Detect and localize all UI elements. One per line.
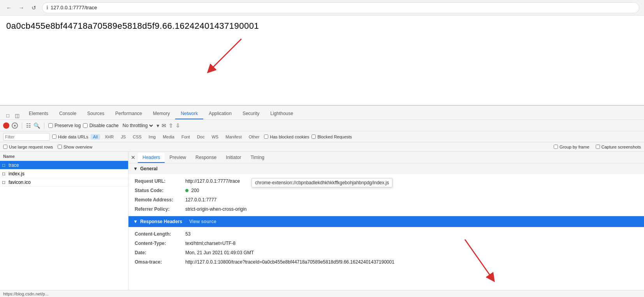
tooltip-box: chrome-extension://cbpnbadlekdhkhkkffkge… bbox=[252, 178, 392, 187]
response-headers-title: Response Headers bbox=[140, 219, 182, 224]
response-headers-section-header[interactable]: ▼ Response Headers View source bbox=[128, 216, 644, 227]
capture-screenshots-text: Capture screenshots bbox=[602, 145, 641, 149]
svg-line-1 bbox=[210, 39, 241, 70]
page-content: 0a0cb455e8bf44718a70589e5818d5f9.66.1624… bbox=[0, 16, 644, 105]
devtools-tabs: □ ◫ Elements Console Sources Performance… bbox=[0, 106, 644, 120]
request-name-trace: trace bbox=[9, 162, 126, 168]
remote-address-row: Remote Address: 127.0.0.1:7777 bbox=[135, 195, 638, 204]
network-toolbar: ■ ☷ 🔍 Preserve log Disable cache No thro… bbox=[0, 120, 644, 131]
filter-img-btn[interactable]: Img bbox=[146, 134, 158, 140]
request-item-indexjs[interactable]: □ index.js bbox=[0, 169, 128, 178]
large-rows-text: Use large request rows bbox=[9, 145, 53, 149]
reload-button[interactable]: ↺ bbox=[30, 3, 38, 12]
throttle-select[interactable]: No throttling bbox=[121, 122, 154, 129]
hide-data-urls-label[interactable]: Hide data URLs bbox=[52, 135, 88, 139]
upload-icon[interactable]: ⇧ bbox=[169, 122, 173, 129]
show-overview-checkbox[interactable] bbox=[58, 145, 62, 149]
inspect-icon[interactable]: □ bbox=[4, 112, 12, 119]
response-headers-section-body: Content-Length: 53 Content-Type: text/ht… bbox=[128, 227, 644, 269]
back-button[interactable]: ← bbox=[5, 3, 13, 12]
device-icon[interactable]: ◫ bbox=[13, 112, 21, 119]
preserve-log-label[interactable]: Preserve log bbox=[48, 123, 81, 128]
filter-font-btn[interactable]: Font bbox=[179, 134, 192, 140]
forward-button[interactable]: → bbox=[17, 3, 26, 12]
content-type-label: Content-Type: bbox=[135, 240, 185, 247]
disable-cache-checkbox[interactable] bbox=[83, 123, 88, 128]
large-rows-label[interactable]: Use large request rows bbox=[3, 145, 53, 149]
omsa-trace-row: Omsa-trace: http://127.0.0.1:10800/trace… bbox=[135, 257, 638, 267]
blocked-requests-checkbox[interactable] bbox=[311, 135, 316, 139]
detail-tab-initiator[interactable]: Initiator bbox=[221, 153, 246, 163]
show-overview-text: Show overview bbox=[63, 145, 92, 149]
options-row: Use large request rows Show overview Gro… bbox=[0, 142, 644, 152]
filter-ws-btn[interactable]: WS bbox=[209, 134, 221, 140]
close-detail-button[interactable]: ✕ bbox=[131, 154, 135, 161]
devtools-panel: □ ◫ Elements Console Sources Performance… bbox=[0, 105, 644, 297]
detail-tab-preview[interactable]: Preview bbox=[165, 153, 191, 163]
group-by-frame-label[interactable]: Group by frame bbox=[554, 145, 589, 149]
remote-address-value: 127.0.0.1:7777 bbox=[185, 196, 216, 203]
status-code-number: 200 bbox=[191, 188, 199, 193]
hide-data-urls-checkbox[interactable] bbox=[52, 135, 56, 139]
filter-css-btn[interactable]: CSS bbox=[130, 134, 144, 140]
filter-xhr-btn[interactable]: XHR bbox=[102, 134, 116, 140]
show-overview-label[interactable]: Show overview bbox=[58, 145, 92, 149]
content-type-value: text/html;charset=UTF-8 bbox=[185, 240, 236, 247]
remote-address-label: Remote Address: bbox=[135, 196, 185, 203]
filter-doc-btn[interactable]: Doc bbox=[195, 134, 207, 140]
download-icon[interactable]: ⇩ bbox=[176, 122, 180, 129]
tab-security[interactable]: Security bbox=[237, 108, 265, 119]
stop-button[interactable]: ■ bbox=[12, 122, 18, 129]
response-headers-arrow-icon: ▼ bbox=[133, 219, 138, 224]
general-section-header[interactable]: ▼ General bbox=[128, 163, 644, 174]
filter-input[interactable] bbox=[3, 133, 50, 141]
request-item-favicon[interactable]: □ favicon.ico bbox=[0, 178, 128, 187]
referrer-policy-value: strict-origin-when-cross-origin bbox=[185, 206, 246, 213]
tab-console[interactable]: Console bbox=[54, 108, 82, 119]
large-rows-checkbox[interactable] bbox=[3, 145, 7, 149]
blocked-requests-label[interactable]: Blocked Requests bbox=[311, 135, 352, 139]
request-list: Name □ trace □ index.js □ favicon.ico bbox=[0, 152, 128, 290]
tab-network[interactable]: Network bbox=[175, 108, 203, 119]
has-blocked-cookies-label[interactable]: Has blocked cookies bbox=[264, 135, 309, 139]
offline-icon[interactable]: ✉ bbox=[162, 122, 166, 129]
disable-cache-label[interactable]: Disable cache bbox=[83, 123, 118, 128]
status-code-label: Status Code: bbox=[135, 187, 185, 194]
tab-application[interactable]: Application bbox=[203, 108, 237, 119]
detail-tab-response[interactable]: Response bbox=[191, 153, 221, 163]
date-value: Mon, 21 Jun 2021 01:49:03 GMT bbox=[185, 249, 254, 256]
preserve-log-checkbox[interactable] bbox=[48, 123, 53, 128]
info-icon: ℹ bbox=[46, 5, 48, 10]
filter-icon[interactable]: ☷ bbox=[26, 122, 31, 129]
name-column-header: Name bbox=[3, 154, 15, 159]
view-source-link[interactable]: View source bbox=[189, 219, 216, 224]
filter-js-btn[interactable]: JS bbox=[118, 134, 128, 140]
record-button[interactable] bbox=[3, 122, 9, 129]
capture-screenshots-checkbox[interactable] bbox=[596, 145, 600, 149]
filter-manifest-btn[interactable]: Manifest bbox=[223, 134, 244, 140]
tab-lighthouse[interactable]: Lighthouse bbox=[265, 108, 299, 119]
request-checkbox-indexjs: □ bbox=[2, 171, 9, 176]
group-by-frame-checkbox[interactable] bbox=[554, 145, 558, 149]
tab-memory[interactable]: Memory bbox=[148, 108, 175, 119]
request-checkbox-trace: □ bbox=[2, 162, 9, 168]
filter-all-btn[interactable]: All bbox=[91, 134, 100, 140]
referrer-policy-row: Referrer Policy: strict-origin-when-cros… bbox=[135, 204, 638, 214]
filter-media-btn[interactable]: Media bbox=[160, 134, 177, 140]
address-bar[interactable]: ℹ 127.0.0.1:7777/trace bbox=[42, 2, 639, 13]
preserve-log-text: Preserve log bbox=[55, 123, 81, 128]
search-icon[interactable]: 🔍 bbox=[33, 122, 40, 129]
request-item-trace[interactable]: □ trace bbox=[0, 161, 128, 169]
has-blocked-cookies-checkbox[interactable] bbox=[264, 135, 268, 139]
request-name-indexjs: index.js bbox=[9, 171, 126, 176]
detail-tab-headers[interactable]: Headers bbox=[138, 153, 165, 163]
filter-other-btn[interactable]: Other bbox=[246, 134, 262, 140]
tab-sources[interactable]: Sources bbox=[82, 108, 110, 119]
detail-tab-timing[interactable]: Timing bbox=[246, 153, 269, 163]
tab-performance[interactable]: Performance bbox=[110, 108, 148, 119]
date-label: Date: bbox=[135, 249, 185, 256]
tab-elements[interactable]: Elements bbox=[23, 108, 54, 119]
devtools-icon-area: □ ◫ bbox=[2, 112, 23, 119]
capture-screenshots-label[interactable]: Capture screenshots bbox=[596, 145, 641, 149]
throttle-dropdown-icon[interactable]: ▾ bbox=[157, 122, 159, 129]
